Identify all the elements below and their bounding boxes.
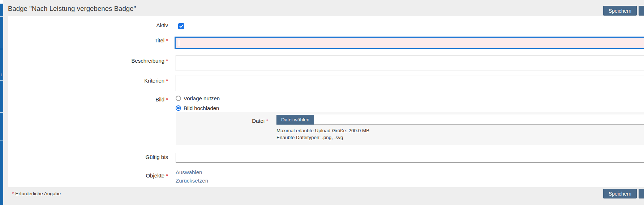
- required-field-note: *Erforderliche Angabe: [12, 191, 61, 196]
- bild-option-vorlage[interactable]: Vorlage nutzen: [176, 95, 220, 101]
- required-asterisk: *: [12, 191, 14, 196]
- save-button-bottom[interactable]: Speichern: [603, 189, 637, 198]
- aktiv-checkbox[interactable]: [178, 23, 184, 29]
- file-upload-panel: Datei* Datei wählen Maximal erlaubte Upl…: [176, 112, 644, 145]
- sidebar-item-divider: [0, 141, 3, 141]
- sidebar-label-fragment: t: [1, 73, 2, 77]
- file-input[interactable]: Datei wählen: [276, 115, 644, 125]
- required-asterisk: *: [166, 78, 168, 84]
- aktiv-label: Aktiv: [8, 22, 168, 28]
- radio-selected-icon: [176, 105, 181, 111]
- beschreibung-textarea[interactable]: [176, 55, 644, 71]
- file-types-help: Erlaubte Dateitypen: .png, .svg: [276, 135, 343, 140]
- titel-input[interactable]: [175, 37, 644, 49]
- kriterien-label: Kriterien*: [8, 78, 168, 84]
- choose-file-button[interactable]: Datei wählen: [276, 115, 314, 125]
- gueltig-bis-input[interactable]: [176, 153, 644, 163]
- sidebar-item-divider: [0, 49, 3, 49]
- upload-size-help: Maximal erlaubte Upload-Größe: 200.0 MB: [276, 128, 369, 133]
- sidebar-item-divider: [0, 16, 3, 17]
- auswaehlen-link[interactable]: Auswählen: [176, 169, 202, 175]
- cancel-button[interactable]: Abbrechen: [639, 6, 644, 16]
- checkmark-icon: [179, 23, 184, 30]
- required-asterisk: *: [166, 172, 168, 179]
- text-cursor: [179, 40, 179, 46]
- required-asterisk: *: [166, 37, 168, 43]
- sidebar-top-notch: [0, 0, 3, 4]
- toolbar-top: Speichern Abbrechen: [603, 6, 644, 16]
- zuruecksetzen-link[interactable]: Zurücksetzen: [176, 177, 208, 184]
- toolbar-bottom: Speichern Abbrechen: [603, 189, 644, 198]
- bild-option-hochladen[interactable]: Bild hochladen: [176, 105, 219, 111]
- titel-label: Titel*: [8, 37, 168, 43]
- radio-unselected-icon: [176, 96, 181, 101]
- kriterien-textarea[interactable]: [176, 75, 644, 91]
- objekte-label: Objekte*: [8, 172, 168, 179]
- required-asterisk: *: [266, 118, 268, 124]
- save-button[interactable]: Speichern: [603, 6, 637, 16]
- required-asterisk: *: [166, 96, 168, 102]
- sidebar-item-divider: [0, 112, 3, 113]
- beschreibung-label: Beschreibung*: [8, 58, 168, 64]
- bild-label: Bild*: [8, 96, 168, 102]
- cancel-button-bottom[interactable]: Abbrechen: [639, 189, 644, 198]
- required-asterisk: *: [166, 58, 168, 64]
- file-name-field[interactable]: [314, 115, 644, 125]
- datei-label: Datei*: [176, 118, 268, 124]
- badge-form: Aktiv Titel* Beschreibung* Kriterien* Bi…: [8, 16, 644, 187]
- sidebar-strip[interactable]: t: [0, 4, 3, 205]
- sidebar-item-divider: [0, 80, 3, 81]
- page-title: Badge "Nach Leistung vergebenes Badge": [8, 5, 136, 13]
- gueltig-bis-label: Gültig bis: [8, 154, 168, 160]
